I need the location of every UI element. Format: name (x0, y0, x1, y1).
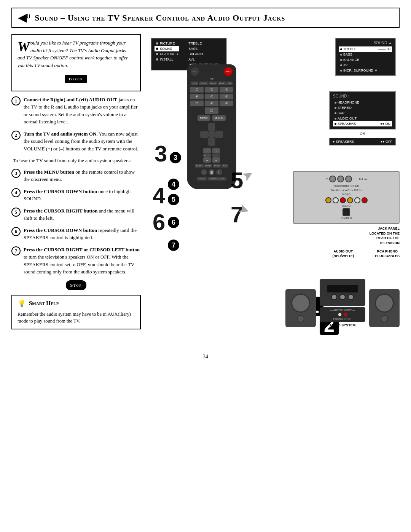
vol-up-btn[interactable]: + (203, 148, 211, 153)
personal-btn[interactable]: PERS (221, 164, 228, 168)
smart-help-box: 💡 Smart Help Remember the audio system m… (11, 295, 141, 330)
speaker-tweeter-right (381, 315, 388, 323)
big-num-3: 3 (155, 141, 167, 167)
illustration-area: PICTURE SOUND FEATURES INSTALL TREBLE BA… (147, 34, 400, 346)
overlay-step-6: 6 (168, 217, 179, 228)
step-6: 6 Press the CURSOR DOWN button repeatedl… (11, 227, 141, 241)
power-button[interactable]: PWR (224, 67, 233, 76)
step-num-5: 5 (11, 208, 21, 217)
jack-panel-label: JACK PANELLOCATED ON THEREAR OF THETELEV… (293, 226, 400, 245)
aux-input-label: — AUX/TV INPUT — (330, 309, 355, 312)
jack-red-2 (362, 197, 368, 203)
btn-8[interactable]: ⑧ (205, 101, 218, 106)
speaker-woofer-left (291, 294, 310, 313)
next-btn[interactable]: ▷ (216, 169, 222, 175)
step-4: 4 Press the CURSOR DOWN button once to h… (11, 188, 141, 203)
btn-4[interactable]: ④ (190, 94, 204, 99)
ch-down-btn[interactable]: CH▼ (191, 81, 198, 85)
jack-svideo (342, 208, 350, 216)
mute-btn[interactable]: MUTE (199, 81, 208, 85)
pause-btn[interactable]: ▐▌ (209, 169, 215, 175)
menu-pinp-row: MENU M-LNK (189, 115, 234, 121)
dpad-up[interactable] (208, 123, 215, 131)
overlay-step-4: 4 (168, 179, 179, 190)
left-speaker (285, 289, 316, 327)
dpad-right[interactable] (215, 131, 223, 138)
mlink-button[interactable]: M-LNK (212, 115, 226, 121)
remote-body: SLP PWR — PIP — CH▼ MUTE SWAP FRZE (187, 64, 236, 189)
step-5: 5 Press the CURSOR RIGHT button and the … (11, 207, 141, 222)
page-header: ◀)) Sound – Using the TV Speaker Control… (11, 8, 400, 28)
function-buttons: CH▼ MUTE SWAP FRZE INP (189, 81, 234, 85)
big-num-4: 4 (153, 182, 165, 209)
remote-control: SLP PWR — PIP — CH▼ MUTE SWAP FRZE (187, 64, 236, 189)
audio-out-label: AUDIO OUT(RED/WHITE) (333, 249, 354, 259)
btn-7[interactable]: ⑦ (190, 101, 204, 106)
sound-icon: ◀)) (18, 11, 30, 24)
step-text-5: Press the CURSOR RIGHT button and the me… (24, 207, 141, 222)
jack-white-1 (333, 197, 339, 203)
step-text-1: Connect the R(ight) and L(eft) AUDIO OUT… (24, 96, 141, 126)
rca-cables-label: RCA PHONOPLUG CABLES (375, 249, 400, 259)
home-btn[interactable]: HOME (204, 164, 212, 168)
surround-sound-label: SURROUND SOUND (298, 185, 395, 187)
vol-down-btn[interactable]: – (203, 157, 211, 163)
step-num-4: 4 (11, 188, 21, 197)
ch-up-btn[interactable]: + (212, 148, 220, 153)
dpad (200, 123, 223, 146)
jack-r-2 (337, 176, 344, 182)
mute-center-btn[interactable]: MUTE (203, 154, 211, 157)
dpad-down[interactable] (208, 138, 215, 146)
right-column: PICTURE SOUND FEATURES INSTALL TREBLE BA… (147, 34, 400, 346)
stop-badge: Stop (11, 280, 141, 290)
home2-btn[interactable]: HOME (213, 164, 221, 168)
open-close-btn[interactable]: OPEN/CLOSE (208, 177, 226, 181)
open-close-row: CH▲ OPEN/CLOSE (189, 177, 234, 181)
btn-9[interactable]: ⑨ (220, 101, 233, 106)
btn-1[interactable]: ① (190, 87, 204, 93)
main-content: Would you like to hear TV programs throu… (11, 34, 400, 346)
freeze-btn[interactable]: FRZE (218, 81, 226, 85)
right-speaker (369, 289, 400, 327)
vol-ch-row: + MUTE – + – (189, 148, 234, 163)
dpad-center[interactable] (208, 131, 215, 138)
swap-btn[interactable]: SWAP (209, 81, 217, 85)
step-num-3: 3 (11, 169, 21, 178)
menu-screen-2: SOUND ▲ TREBLE ━━━━ 30 BASS BALANCE AVL … (335, 38, 396, 76)
btn-6[interactable]: ⑥ (220, 94, 233, 99)
ch-up3-btn[interactable]: CH▲ (197, 177, 207, 181)
overlay-step-7: 7 (168, 240, 179, 251)
menu-button[interactable]: MENU (198, 115, 210, 121)
dpad-left[interactable] (200, 131, 208, 138)
menu-screen-3: SOUND ↕ HEADPHONE STEREO SAP AUDIO OUT S… (329, 91, 396, 145)
audio-system-label: AUDIO SYSTEM (320, 323, 365, 327)
btn-0[interactable]: ⓪ (205, 107, 218, 114)
number-grid: ① ② ③ ④ ⑤ ⑥ ⑦ ⑧ ⑨ ⓪ (190, 87, 233, 114)
btn-3[interactable]: ③ (220, 87, 233, 93)
left-column: Would you like to hear TV programs throu… (11, 34, 141, 346)
btn-2[interactable]: ② (205, 87, 218, 93)
step-3: 3 Press the MENU button on the remote co… (11, 168, 141, 183)
tr-rst-btn[interactable]: TR.RST (195, 164, 204, 168)
steps-list: 1 Connect the R(ight) and L(eft) AUDIO O… (11, 96, 141, 290)
step-num-1: 1 (11, 96, 21, 105)
step-2: 2 Turn the TV and audio system ON. You c… (11, 130, 141, 153)
overlay-step-5: 5 (168, 194, 179, 205)
amp-display: —— (327, 285, 358, 292)
tv-panel: R L M-Link SURROUND SOUND Monitor out AV… (293, 171, 400, 224)
jack-r-1 (329, 176, 336, 182)
amp-knob-3 (348, 294, 354, 300)
ch-down2-btn[interactable]: – (212, 157, 220, 163)
jack-red-1 (340, 197, 346, 203)
step-text-3: Press the MENU button on the remote cont… (24, 168, 141, 183)
sleep-button[interactable]: SLP (191, 67, 199, 76)
prev-btn[interactable]: ◁ (201, 169, 207, 175)
step-num-2: 2 (11, 131, 21, 140)
intro-box: Would you like to hear TV programs throu… (11, 34, 141, 91)
svideo-label: S-VIDEO (298, 217, 395, 219)
input-btn[interactable]: INP (226, 81, 233, 85)
drop-cap: W (18, 40, 30, 54)
btn-5[interactable]: ⑤ (205, 94, 218, 99)
playback-row: ◁ ▐▌ ▷ (189, 169, 234, 175)
amp-input-jacks (338, 312, 348, 317)
